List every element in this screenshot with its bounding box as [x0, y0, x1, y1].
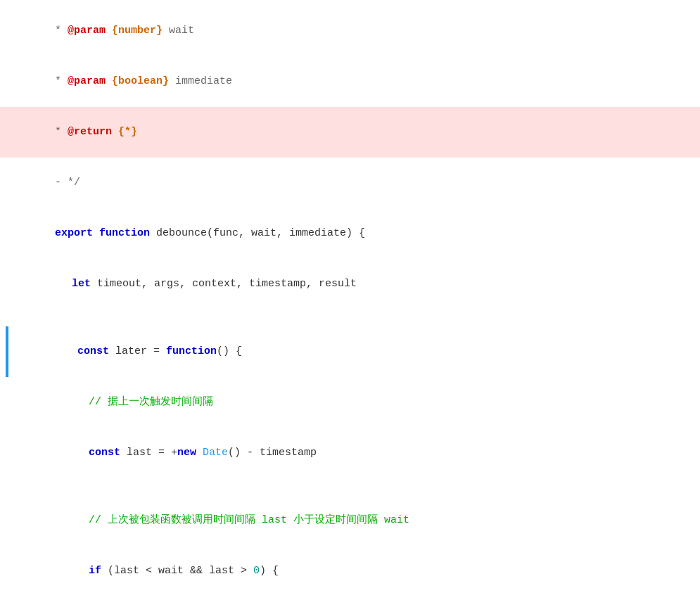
code-line: * @param {number} wait — [0, 6, 700, 56]
code-text: const later = function() { — [23, 326, 692, 377]
code-line: * @return {*} — [0, 107, 700, 158]
code-line: - */ — [0, 158, 700, 208]
code-text: export function debounce(func, wait, imm… — [17, 208, 692, 259]
code-text: let timeout, args, context, timestamp, r… — [17, 259, 692, 310]
blue-gutter-marker — [6, 326, 8, 377]
code-line: const later = function() { — [0, 326, 700, 377]
code-text — [17, 310, 692, 326]
code-line: // 据上一次触发时间间隔 — [0, 377, 700, 428]
code-line: let timeout, args, context, timestamp, r… — [0, 259, 700, 310]
code-text: * @param {number} wait — [17, 6, 692, 56]
code-line: // 上次被包装函数被调用时间间隔 last 小于设定时间间隔 wait — [0, 495, 700, 546]
code-line: const last = +new Date() - timestamp — [0, 428, 700, 478]
code-text: - */ — [17, 158, 692, 208]
code-line — [0, 310, 700, 326]
code-text: * @param {boolean} immediate — [17, 56, 692, 107]
code-line: * @param {boolean} immediate — [0, 56, 700, 107]
code-editor: * @param {number} wait * @param {boolean… — [0, 0, 700, 593]
code-line: export function debounce(func, wait, imm… — [0, 208, 700, 259]
code-text: if (last < wait && last > 0) { — [17, 546, 692, 593]
code-text — [17, 478, 692, 495]
code-text: // 上次被包装函数被调用时间间隔 last 小于设定时间间隔 wait — [17, 495, 692, 546]
code-line: if (last < wait && last > 0) { — [0, 546, 700, 593]
code-text: // 据上一次触发时间间隔 — [17, 377, 692, 428]
code-text: const last = +new Date() - timestamp — [17, 428, 692, 478]
code-text: * @return {*} — [17, 107, 692, 158]
code-line — [0, 478, 700, 495]
